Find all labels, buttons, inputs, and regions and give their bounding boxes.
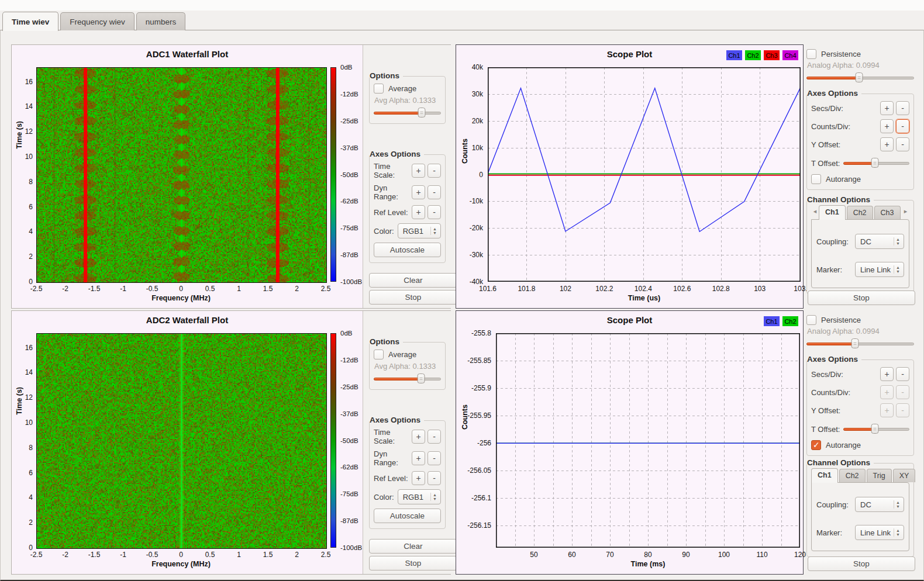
secs-div-minus-button[interactable]: - — [896, 367, 909, 381]
waterfall1-title: ADC1 Waterfall Plot — [12, 49, 363, 59]
dyn-range-plus-button[interactable]: + — [412, 185, 425, 199]
y-tick-label: 40k — [472, 63, 483, 71]
dyn-range-minus-button[interactable]: - — [427, 185, 441, 199]
ref-level-minus-button[interactable]: - — [427, 205, 441, 219]
waterfall1-plot[interactable] — [36, 67, 327, 283]
waterfall1-canvas[interactable] — [36, 67, 327, 283]
y-tick-label: 30k — [472, 90, 483, 98]
dyn-range-minus-button[interactable]: - — [427, 451, 441, 465]
slider-handle[interactable] — [417, 374, 425, 383]
avg-alpha-slider[interactable] — [374, 108, 441, 118]
autoscale-button[interactable]: Autoscale — [374, 243, 441, 257]
secs-div-plus-button[interactable]: + — [880, 101, 894, 115]
adc1-waterfall-panel: ADC1 Waterfall Plot Time (s) 02468101214… — [11, 44, 451, 309]
waterfall2-plot[interactable] — [36, 333, 327, 549]
x-tick-label: 102.4 — [635, 285, 652, 293]
waterfall2-controls: Options Average Avg Alpha: 0.1333 Axes O… — [363, 311, 451, 574]
adc2-waterfall-panel: ADC2 Waterfall Plot Time (s) 02468101214… — [11, 310, 451, 575]
stop-button[interactable]: Stop — [808, 556, 915, 571]
clear-button[interactable]: Clear — [369, 539, 457, 554]
channel-tab[interactable]: Ch3 — [874, 206, 901, 219]
spinbox-arrows-icon[interactable]: ▲▼ — [894, 265, 902, 274]
persistence-checkbox[interactable] — [806, 49, 816, 59]
tab-scroll-left-icon[interactable]: ◂ — [811, 205, 819, 217]
waterfall1-colorbar — [330, 67, 336, 282]
channel-tab[interactable]: Ch2 — [839, 469, 866, 482]
y-tick-label: 6 — [29, 203, 33, 211]
waterfall2-canvas[interactable] — [36, 333, 327, 549]
ref-level-plus-button[interactable]: + — [412, 205, 425, 219]
y-offset-minus-button[interactable]: - — [896, 403, 909, 417]
channel-tab-content: Coupling: DC ▲▼ Marker: Line Link ▲▼ — [811, 482, 909, 551]
coupling-spinbox[interactable]: DC ▲▼ — [855, 234, 904, 249]
y-offset-plus-button[interactable]: + — [880, 137, 894, 151]
scope2-ytick-labels: -255.8-255.85-255.9-255.95-256-256.05-25… — [456, 333, 494, 548]
slider-handle[interactable] — [856, 72, 863, 82]
t-offset-slider[interactable] — [843, 424, 909, 434]
autorange-checkbox[interactable] — [811, 440, 821, 450]
channel-tab[interactable]: Trig — [867, 469, 892, 482]
average-checkbox[interactable] — [374, 350, 384, 359]
slider-handle[interactable] — [418, 108, 425, 117]
scope2-canvas[interactable] — [496, 333, 800, 548]
slider-handle[interactable] — [851, 338, 859, 348]
color-value: RGB1 — [403, 493, 430, 502]
stop-button[interactable]: Stop — [808, 290, 915, 305]
ref-level-minus-button[interactable]: - — [427, 471, 441, 485]
scope1-canvas[interactable] — [488, 67, 801, 282]
secs-div-minus-button[interactable]: - — [896, 101, 909, 115]
analog-alpha-slider[interactable] — [806, 72, 914, 83]
stop-button[interactable]: Stop — [369, 290, 457, 305]
time-scale-plus-button[interactable]: + — [412, 164, 425, 178]
spinbox-arrows-icon[interactable]: ▲▼ — [430, 493, 439, 501]
tab-scroll-right-icon[interactable]: ▸ — [902, 205, 909, 217]
main-tab[interactable]: Frequency wiev — [60, 12, 135, 30]
main-tab[interactable]: Time wiev — [2, 12, 58, 31]
spinbox-arrows-icon[interactable]: ▲▼ — [894, 500, 902, 509]
ref-level-plus-button[interactable]: + — [412, 471, 425, 485]
channel-tab[interactable]: Ch2 — [847, 206, 873, 219]
clear-button[interactable]: Clear — [369, 273, 457, 288]
secs-div-plus-button[interactable]: + — [880, 367, 894, 381]
y-offset-plus-button[interactable]: + — [880, 403, 894, 417]
scope1-xlabel: Time (us) — [488, 294, 801, 302]
slider-handle[interactable] — [871, 158, 879, 168]
avg-alpha-slider[interactable] — [374, 374, 441, 384]
autorange-checkbox[interactable] — [811, 174, 821, 184]
average-checkbox[interactable] — [374, 84, 384, 94]
slider-handle[interactable] — [871, 424, 879, 434]
ref-level-label: Ref Level: — [374, 208, 409, 217]
slider-fill — [843, 428, 875, 431]
main-tab[interactable]: numbers — [136, 12, 186, 30]
marker-spinbox[interactable]: Line Link ▲▼ — [855, 262, 904, 277]
analog-alpha-slider[interactable] — [806, 338, 914, 349]
spinbox-arrows-icon[interactable]: ▲▼ — [430, 227, 439, 235]
channel-tab[interactable]: Ch1 — [819, 205, 846, 220]
scope2-plot[interactable] — [496, 333, 800, 548]
spinbox-arrows-icon[interactable]: ▲▼ — [894, 528, 902, 537]
y-offset-minus-button[interactable]: - — [896, 137, 909, 151]
persistence-checkbox[interactable] — [806, 315, 816, 325]
time-scale-minus-button[interactable]: - — [427, 430, 441, 444]
scope1-plot[interactable] — [488, 67, 801, 282]
t-offset-slider[interactable] — [843, 158, 909, 168]
coupling-spinbox[interactable]: DC ▲▼ — [855, 497, 904, 512]
color-spinbox[interactable]: RGB1 ▲▼ — [398, 223, 441, 238]
axes-options-groupbox: Axes Options Time Scale: + - Dyn Range: … — [369, 420, 446, 529]
y-tick-label: -75dB — [340, 224, 358, 231]
channel-tab[interactable]: Ch1 — [811, 468, 838, 483]
marker-spinbox[interactable]: Line Link ▲▼ — [855, 525, 904, 540]
y-tick-label: 8 — [29, 178, 33, 186]
channel-tab[interactable]: XY — [893, 469, 916, 482]
autoscale-button[interactable]: Autoscale — [374, 509, 441, 523]
counts-div-plus-button[interactable]: + — [880, 119, 894, 133]
spinbox-arrows-icon[interactable]: ▲▼ — [894, 237, 902, 245]
dyn-range-plus-button[interactable]: + — [412, 451, 425, 465]
time-scale-plus-button[interactable]: + — [412, 430, 425, 444]
counts-div-minus-button[interactable]: - — [896, 119, 909, 133]
color-spinbox[interactable]: RGB1 ▲▼ — [398, 489, 441, 504]
stop-button[interactable]: Stop — [369, 556, 457, 570]
time-scale-minus-button[interactable]: - — [427, 164, 441, 178]
counts-div-minus-button[interactable]: - — [896, 385, 909, 399]
counts-div-plus-button[interactable]: + — [880, 385, 894, 399]
